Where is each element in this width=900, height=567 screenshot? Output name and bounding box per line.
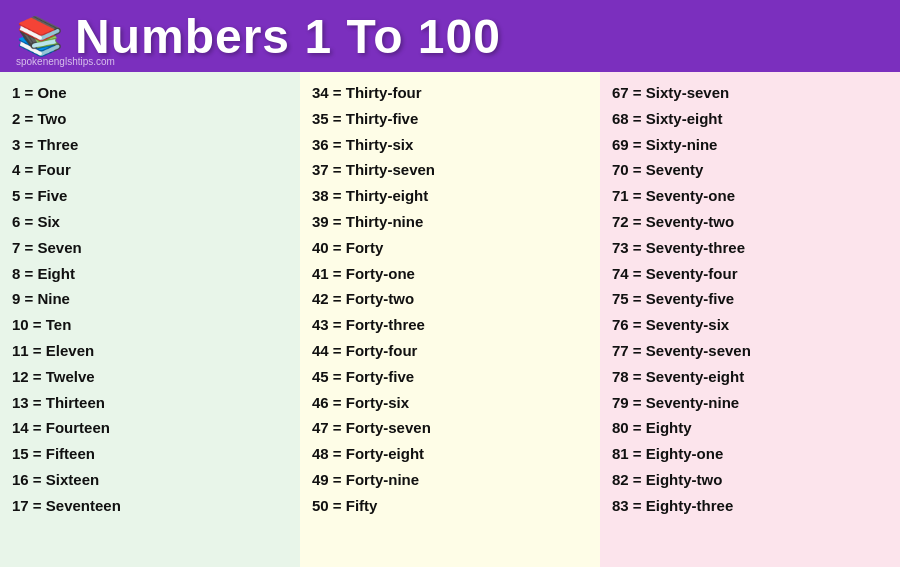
list-item: 7 = Seven bbox=[12, 235, 288, 261]
list-item: 75 = Seventy-five bbox=[612, 286, 888, 312]
list-item: 39 = Thirty-nine bbox=[312, 209, 588, 235]
list-item: 16 = Sixteen bbox=[12, 467, 288, 493]
list-item: 11 = Eleven bbox=[12, 338, 288, 364]
page-header: 📚 Numbers 1 To 100 spokenenglshtips.com bbox=[0, 0, 900, 72]
list-item: 42 = Forty-two bbox=[312, 286, 588, 312]
list-item: 80 = Eighty bbox=[612, 415, 888, 441]
list-item: 3 = Three bbox=[12, 132, 288, 158]
list-item: 8 = Eight bbox=[12, 261, 288, 287]
column-right: 67 = Sixty-seven68 = Sixty-eight69 = Six… bbox=[600, 72, 900, 567]
list-item: 74 = Seventy-four bbox=[612, 261, 888, 287]
list-item: 43 = Forty-three bbox=[312, 312, 588, 338]
list-item: 1 = One bbox=[12, 80, 288, 106]
list-item: 72 = Seventy-two bbox=[612, 209, 888, 235]
list-item: 2 = Two bbox=[12, 106, 288, 132]
list-item: 70 = Seventy bbox=[612, 157, 888, 183]
list-item: 50 = Fifty bbox=[312, 493, 588, 519]
list-item: 48 = Forty-eight bbox=[312, 441, 588, 467]
list-item: 5 = Five bbox=[12, 183, 288, 209]
list-item: 78 = Seventy-eight bbox=[612, 364, 888, 390]
list-item: 38 = Thirty-eight bbox=[312, 183, 588, 209]
column-left: 1 = One2 = Two3 = Three4 = Four5 = Five6… bbox=[0, 72, 300, 567]
list-item: 35 = Thirty-five bbox=[312, 106, 588, 132]
book-icon: 📚 bbox=[16, 14, 63, 58]
list-item: 71 = Seventy-one bbox=[612, 183, 888, 209]
list-item: 79 = Seventy-nine bbox=[612, 390, 888, 416]
list-item: 13 = Thirteen bbox=[12, 390, 288, 416]
list-item: 34 = Thirty-four bbox=[312, 80, 588, 106]
list-item: 40 = Forty bbox=[312, 235, 588, 261]
column-mid: 34 = Thirty-four35 = Thirty-five36 = Thi… bbox=[300, 72, 600, 567]
list-item: 41 = Forty-one bbox=[312, 261, 588, 287]
site-label: spokenenglshtips.com bbox=[16, 56, 115, 67]
list-item: 14 = Fourteen bbox=[12, 415, 288, 441]
list-item: 6 = Six bbox=[12, 209, 288, 235]
list-item: 44 = Forty-four bbox=[312, 338, 588, 364]
page-title: Numbers 1 To 100 bbox=[75, 9, 501, 64]
list-item: 46 = Forty-six bbox=[312, 390, 588, 416]
list-item: 47 = Forty-seven bbox=[312, 415, 588, 441]
list-item: 68 = Sixty-eight bbox=[612, 106, 888, 132]
list-item: 81 = Eighty-one bbox=[612, 441, 888, 467]
list-item: 36 = Thirty-six bbox=[312, 132, 588, 158]
list-item: 82 = Eighty-two bbox=[612, 467, 888, 493]
list-item: 69 = Sixty-nine bbox=[612, 132, 888, 158]
list-item: 17 = Seventeen bbox=[12, 493, 288, 519]
list-item: 83 = Eighty-three bbox=[612, 493, 888, 519]
list-item: 77 = Seventy-seven bbox=[612, 338, 888, 364]
list-item: 76 = Seventy-six bbox=[612, 312, 888, 338]
list-item: 37 = Thirty-seven bbox=[312, 157, 588, 183]
list-item: 73 = Seventy-three bbox=[612, 235, 888, 261]
list-item: 45 = Forty-five bbox=[312, 364, 588, 390]
numbers-content: 1 = One2 = Two3 = Three4 = Four5 = Five6… bbox=[0, 72, 900, 567]
list-item: 15 = Fifteen bbox=[12, 441, 288, 467]
list-item: 67 = Sixty-seven bbox=[612, 80, 888, 106]
list-item: 12 = Twelve bbox=[12, 364, 288, 390]
list-item: 9 = Nine bbox=[12, 286, 288, 312]
list-item: 49 = Forty-nine bbox=[312, 467, 588, 493]
list-item: 4 = Four bbox=[12, 157, 288, 183]
list-item: 10 = Ten bbox=[12, 312, 288, 338]
